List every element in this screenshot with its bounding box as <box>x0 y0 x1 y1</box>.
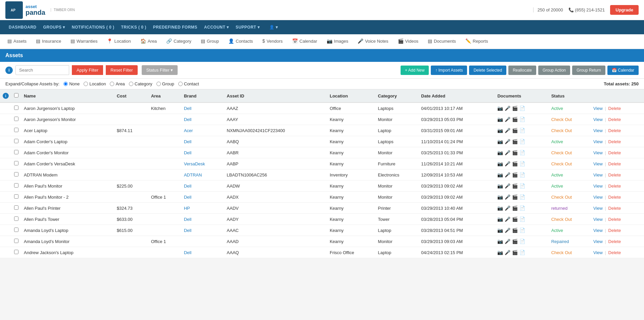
row-delete-5[interactable]: Delete <box>608 161 621 166</box>
mic-icon-5[interactable]: 🎤 <box>505 161 510 166</box>
video-icon-12[interactable]: 🎬 <box>512 239 518 244</box>
video-icon-3[interactable]: 🎬 <box>512 139 518 144</box>
subnav-location[interactable]: 📍 Location <box>102 34 135 49</box>
camera-icon-6[interactable]: 📷 <box>497 172 503 177</box>
row-view-3[interactable]: View <box>593 139 603 144</box>
group-action-button[interactable]: Group Action <box>538 66 570 75</box>
row-select-1[interactable] <box>14 117 18 121</box>
row-view-4[interactable]: View <box>593 150 603 155</box>
row-view-12[interactable]: View <box>593 239 603 244</box>
video-icon-13[interactable]: 🎬 <box>512 250 518 255</box>
nav-support[interactable]: SUPPORT <box>232 20 263 34</box>
row-select-5[interactable] <box>14 161 18 165</box>
row-view-2[interactable]: View <box>593 128 603 133</box>
doc-icon-4[interactable]: 📄 <box>519 150 525 155</box>
subnav-reports[interactable]: ✏️ Reports <box>461 34 493 49</box>
row-brand-link-3[interactable]: Dell <box>184 139 191 144</box>
camera-icon-5[interactable]: 📷 <box>497 161 503 166</box>
nav-predefined-forms[interactable]: PREDEFINED FORMS <box>150 20 201 34</box>
camera-icon-8[interactable]: 📷 <box>497 194 503 200</box>
subnav-warranties[interactable]: ▤ Warranties <box>66 34 102 49</box>
camera-icon-11[interactable]: 📷 <box>497 228 503 233</box>
doc-icon-10[interactable]: 📄 <box>519 216 525 222</box>
doc-icon-8[interactable]: 📄 <box>519 194 525 200</box>
row-delete-12[interactable]: Delete <box>608 239 621 244</box>
row-brand-link-13[interactable]: Dell <box>184 250 191 255</box>
subnav-documents[interactable]: ▤ Documents <box>423 34 461 49</box>
row-delete-6[interactable]: Delete <box>608 172 621 177</box>
group-return-button[interactable]: Group Return <box>572 66 605 75</box>
video-icon-1[interactable]: 🎬 <box>512 117 518 122</box>
expand-contact[interactable]: Contact <box>178 81 199 86</box>
row-brand-link-11[interactable]: Dell <box>184 228 191 233</box>
row-delete-3[interactable]: Delete <box>608 139 621 144</box>
upgrade-button[interactable]: Upgrade <box>610 5 639 15</box>
row-delete-7[interactable]: Delete <box>608 184 621 189</box>
row-brand-link-0[interactable]: Dell <box>184 106 191 111</box>
mic-icon-9[interactable]: 🎤 <box>505 205 510 211</box>
subnav-videos[interactable]: 🎬 Videos <box>393 34 423 49</box>
nav-tricks[interactable]: TRICKS ( 0 ) <box>118 20 149 34</box>
doc-icon-5[interactable]: 📄 <box>519 161 525 166</box>
row-delete-9[interactable]: Delete <box>608 206 621 211</box>
doc-icon-0[interactable]: 📄 <box>519 106 525 111</box>
subnav-vendors[interactable]: $ Vendors <box>258 34 287 49</box>
camera-icon-4[interactable]: 📷 <box>497 150 503 155</box>
row-delete-0[interactable]: Delete <box>608 106 621 111</box>
camera-icon-1[interactable]: 📷 <box>497 117 503 122</box>
nav-account[interactable]: ACCOUNT <box>201 20 232 34</box>
row-view-11[interactable]: View <box>593 228 603 233</box>
subnav-images[interactable]: 📷 Images <box>322 34 353 49</box>
expand-group[interactable]: Group <box>156 81 174 86</box>
row-brand-link-8[interactable]: Dell <box>184 195 191 200</box>
row-delete-10[interactable]: Delete <box>608 217 621 222</box>
camera-icon-3[interactable]: 📷 <box>497 139 503 144</box>
expand-category[interactable]: Category <box>129 81 152 86</box>
camera-icon-0[interactable]: 📷 <box>497 106 503 111</box>
subnav-calendar[interactable]: 📅 Calendar <box>287 34 322 49</box>
row-select-7[interactable] <box>14 183 18 188</box>
video-icon-2[interactable]: 🎬 <box>512 128 518 133</box>
row-view-0[interactable]: View <box>593 106 603 111</box>
video-icon-10[interactable]: 🎬 <box>512 216 518 222</box>
nav-user[interactable]: 👤 ▾ <box>266 20 281 34</box>
row-select-10[interactable] <box>14 216 18 221</box>
row-brand-link-6[interactable]: ADTRAN <box>184 172 202 177</box>
row-view-8[interactable]: View <box>593 195 603 200</box>
add-new-button[interactable]: + Add New <box>401 66 429 75</box>
row-delete-8[interactable]: Delete <box>608 195 621 200</box>
mic-icon-2[interactable]: 🎤 <box>505 128 510 133</box>
row-select-12[interactable] <box>14 239 18 243</box>
subnav-insurance[interactable]: ▤ Insurance <box>31 34 66 49</box>
mic-icon-6[interactable]: 🎤 <box>505 172 510 177</box>
status-filter-button[interactable]: Status Filter <box>142 65 178 75</box>
row-select-11[interactable] <box>14 228 18 232</box>
camera-icon-9[interactable]: 📷 <box>497 205 503 211</box>
reset-filter-button[interactable]: Reset Filter <box>106 65 137 75</box>
row-brand-link-10[interactable]: Dell <box>184 217 191 222</box>
table-info-icon[interactable]: i <box>3 93 9 99</box>
expand-area[interactable]: Area <box>110 81 125 86</box>
expand-location[interactable]: Location <box>84 81 106 86</box>
doc-icon-6[interactable]: 📄 <box>519 172 525 177</box>
camera-icon-7[interactable]: 📷 <box>497 183 503 189</box>
mic-icon-1[interactable]: 🎤 <box>505 117 510 122</box>
mic-icon-4[interactable]: 🎤 <box>505 150 510 155</box>
select-all-checkbox[interactable] <box>14 93 18 97</box>
camera-icon-13[interactable]: 📷 <box>497 250 503 255</box>
import-assets-button[interactable]: ↑ Import Assets <box>431 66 467 75</box>
row-select-8[interactable] <box>14 194 18 199</box>
apply-filter-button[interactable]: Apply Filter <box>72 65 103 75</box>
camera-icon-12[interactable]: 📷 <box>497 239 503 244</box>
row-delete-11[interactable]: Delete <box>608 228 621 233</box>
subnav-voice-notes[interactable]: 🎤 Voice Notes <box>353 34 393 49</box>
row-view-10[interactable]: View <box>593 217 603 222</box>
row-brand-link-9[interactable]: HP <box>184 206 190 211</box>
search-input[interactable] <box>15 65 69 75</box>
row-brand-link-4[interactable]: Dell <box>184 150 191 155</box>
doc-icon-2[interactable]: 📄 <box>519 128 525 133</box>
delete-selected-button[interactable]: Delete Selected <box>469 66 506 75</box>
subnav-contacts[interactable]: 👤 Contacts <box>224 34 258 49</box>
row-view-5[interactable]: View <box>593 161 603 166</box>
nav-dashboard[interactable]: DASHBOARD <box>5 20 40 34</box>
